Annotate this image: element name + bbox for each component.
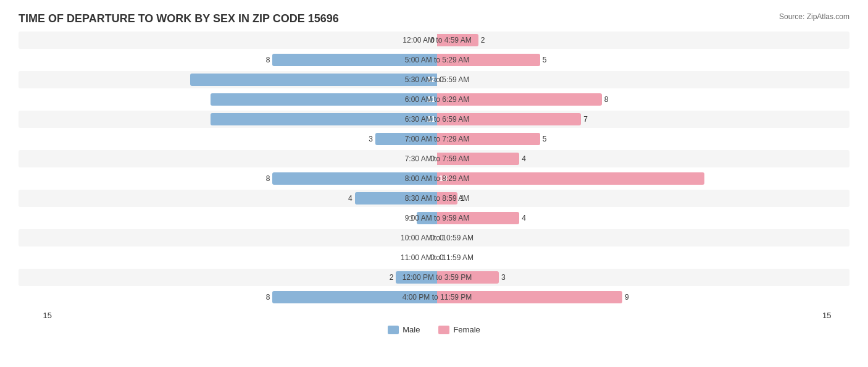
male-value: 8 — [266, 56, 270, 64]
male-side: 0 — [430, 232, 437, 244]
female-side: 0 — [437, 74, 444, 86]
bar-container: 0 12:00 AM to 4:59 AM 2 — [52, 32, 822, 49]
chart-area: 0 12:00 AM to 4:59 AM 2 — [19, 32, 849, 306]
female-value: 7 — [583, 115, 588, 124]
bar-row: 8 4:00 PM to 11:59 PM 9 — [19, 289, 849, 306]
male-value: 1 — [410, 214, 414, 222]
male-value: 0 — [430, 253, 435, 262]
female-side: 5 — [437, 133, 546, 145]
bar-container: 0 10:00 AM to 10:59 AM 0 — [52, 229, 822, 247]
bar-row: 0 11:00 AM to 11:59 AM 0 — [19, 249, 849, 266]
female-value: 0 — [440, 75, 444, 84]
female-bar: 13 — [437, 172, 704, 185]
female-value: 2 — [481, 36, 485, 44]
bar-row: 11 6:00 AM to 6:29 AM 8 — [19, 91, 849, 108]
male-value: 3 — [369, 135, 373, 143]
female-bar-fill — [437, 93, 602, 106]
female-side: 2 — [437, 34, 485, 46]
female-bar — [437, 93, 602, 106]
male-inside-value: 11 — [427, 115, 435, 124]
female-side: 5 — [437, 54, 546, 66]
male-bar-fill: 11 — [211, 93, 437, 106]
female-bar — [437, 54, 540, 66]
female-bar — [437, 34, 478, 46]
female-bar-fill — [437, 153, 519, 165]
male-value: 2 — [390, 273, 394, 282]
title-row: TIME OF DEPARTURE TO WORK BY SEX IN ZIP … — [19, 12, 849, 28]
male-bar — [272, 172, 437, 185]
female-side: 4 — [437, 212, 526, 224]
male-bar-fill — [375, 133, 437, 145]
bar-container: 8 8:00 AM to 8:29 AM 13 — [52, 170, 822, 187]
female-side: 13 — [437, 172, 704, 185]
male-bar-fill — [272, 54, 437, 66]
female-bar — [437, 153, 519, 165]
male-bar: 12 — [190, 74, 437, 86]
bar-container: 2 12:00 PM to 3:59 PM 3 — [52, 269, 822, 286]
male-bar-fill — [272, 291, 437, 303]
male-value: 8 — [266, 174, 270, 183]
female-bar-fill — [437, 113, 581, 125]
male-side: 0 — [430, 153, 437, 165]
male-side: 0 — [430, 251, 437, 264]
female-bar-fill — [437, 192, 457, 205]
male-bar — [375, 133, 437, 145]
bar-row: 0 12:00 AM to 4:59 AM 2 — [19, 32, 849, 49]
female-side: 8 — [437, 93, 608, 106]
male-bar-fill: 12 — [190, 74, 437, 86]
bar-container: 12 5:30 AM to 5:59 AM 0 — [52, 71, 822, 88]
female-bar — [437, 113, 581, 125]
female-value: 9 — [625, 293, 629, 302]
axis-max-label: 15 — [819, 311, 849, 320]
male-side: 11 — [211, 113, 437, 125]
male-bar — [396, 271, 437, 284]
female-side: 0 — [437, 251, 444, 264]
bar-row: 11 6:30 AM to 6:59 AM 7 — [19, 111, 849, 128]
female-bar-fill — [437, 34, 478, 46]
female-bar — [437, 133, 540, 145]
male-value: 8 — [266, 293, 270, 302]
female-bar-fill — [437, 212, 519, 224]
male-inside-value: 12 — [427, 75, 435, 84]
male-side: 12 — [190, 74, 437, 86]
female-bar — [437, 192, 457, 205]
legend-female: Female — [438, 325, 480, 334]
bar-container: 4 8:30 AM to 8:59 AM 1 — [52, 190, 822, 207]
axis-row: 15 15 — [19, 308, 849, 320]
female-bar-fill — [437, 133, 540, 145]
female-bar — [437, 271, 499, 284]
chart-container: TIME OF DEPARTURE TO WORK BY SEX IN ZIP … — [19, 12, 849, 334]
bar-container: 1 9:00 AM to 9:59 AM 4 — [52, 209, 822, 227]
female-side: 1 — [437, 192, 464, 205]
female-side: 0 — [437, 232, 444, 244]
male-bar — [417, 212, 437, 224]
legend-female-label: Female — [453, 325, 480, 334]
bar-container: 11 6:00 AM to 6:29 AM 8 — [52, 91, 822, 108]
male-bar — [355, 192, 437, 205]
female-side: 7 — [437, 113, 588, 125]
female-value: 1 — [460, 194, 464, 203]
male-bar-fill — [272, 172, 437, 185]
male-side: 3 — [369, 133, 437, 145]
male-bar: 11 — [211, 93, 437, 106]
male-side: 0 — [430, 34, 437, 46]
bar-row: 4 8:30 AM to 8:59 AM 1 — [19, 190, 849, 207]
male-bar — [272, 54, 437, 66]
male-bar — [272, 291, 437, 303]
bar-row: 1 9:00 AM to 9:59 AM 4 — [19, 209, 849, 227]
bar-container: 11 6:30 AM to 6:59 AM 7 — [52, 111, 822, 128]
legend-male-swatch — [388, 326, 399, 334]
male-value: 0 — [430, 36, 435, 44]
bar-container: 0 7:30 AM to 7:59 AM 4 — [52, 150, 822, 167]
female-bar-fill — [437, 291, 622, 303]
male-bar: 11 — [211, 113, 437, 125]
bar-row: 12 5:30 AM to 5:59 AM 0 — [19, 71, 849, 88]
axis-min-label: 15 — [19, 311, 56, 320]
bar-row: 8 8:00 AM to 8:29 AM 13 — [19, 170, 849, 187]
female-bar-fill — [437, 271, 499, 284]
male-bar-fill: 11 — [211, 113, 437, 125]
male-side: 8 — [266, 291, 437, 303]
female-bar-fill: 13 — [437, 172, 704, 185]
female-side: 3 — [437, 271, 506, 284]
female-value: 3 — [501, 273, 506, 282]
